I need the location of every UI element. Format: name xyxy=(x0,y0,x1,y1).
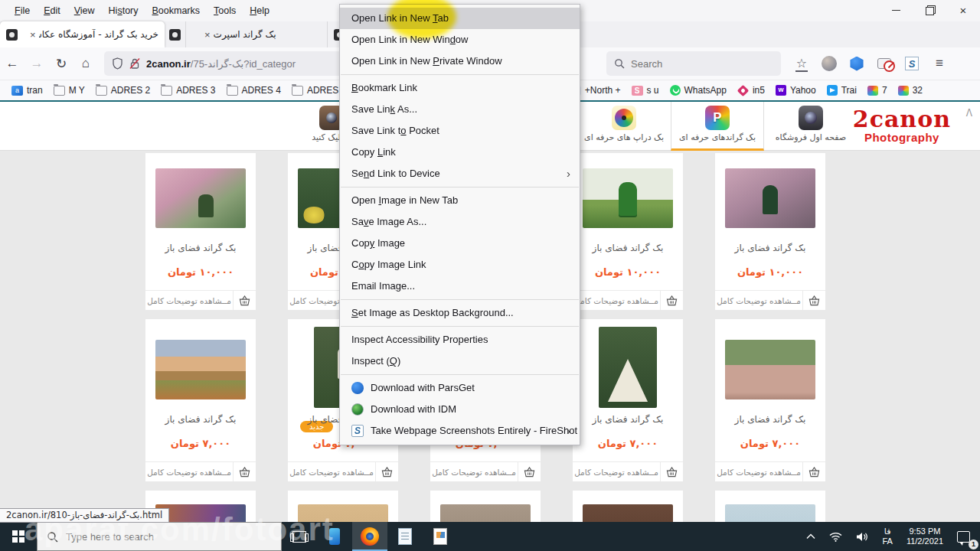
clock[interactable]: 9:53 PM 11/2/2021 xyxy=(901,522,949,551)
search-bar[interactable] xyxy=(606,51,781,76)
shield-icon[interactable] xyxy=(112,57,123,70)
close-button[interactable]: × xyxy=(946,0,980,21)
product-card[interactable] xyxy=(288,491,398,522)
bookmark-item[interactable]: in5 xyxy=(732,82,770,99)
context-menu-item[interactable]: Copy Image Link xyxy=(340,254,580,276)
add-to-basket-button[interactable] xyxy=(660,462,683,481)
product-card[interactable]: بک گراند فضای باز ۷,۰۰۰ تومان مــشاهده ت… xyxy=(573,319,683,481)
context-menu-item[interactable]: Save Link As... xyxy=(340,99,580,120)
view-details-link[interactable]: مــشاهده توضیحات کامل xyxy=(288,468,375,477)
view-details-link[interactable]: مــشاهده توضیحات کامل xyxy=(430,468,518,477)
view-details-link[interactable]: مــشاهده توضیحات کامل xyxy=(145,296,233,305)
library-save-icon[interactable]: ☆ xyxy=(793,55,810,72)
your-phone-button[interactable] xyxy=(317,522,352,551)
context-menu-item[interactable]: Take Webpage Screenshots Entirely - Fire… xyxy=(340,420,580,442)
view-details-link[interactable]: مــشاهده توضیحات کامل xyxy=(715,468,802,477)
add-to-basket-button[interactable] xyxy=(233,291,256,310)
browser-tab[interactable] xyxy=(165,21,186,47)
parsget-extension-icon[interactable] xyxy=(848,55,865,72)
bookmark-item[interactable]: ADRES 4 xyxy=(221,82,286,99)
bookmark-item[interactable]: M Y xyxy=(48,82,90,99)
view-details-link[interactable]: مــشاهده توضیحات کامل xyxy=(573,468,660,477)
taskbar-search-input[interactable] xyxy=(66,531,257,543)
bookmark-item[interactable]: s u xyxy=(626,82,665,99)
tab-close-icon[interactable]: × xyxy=(30,29,36,41)
action-center-button[interactable]: 1 xyxy=(952,522,975,551)
product-card[interactable]: بک گراند فضای باز ۱۰,۰۰۰ تومان مــشاهده … xyxy=(145,153,256,310)
context-menu-item[interactable]: Save Link to Pocket xyxy=(340,120,580,142)
reload-button[interactable]: ↻ xyxy=(49,51,74,76)
account-avatar[interactable] xyxy=(821,55,838,72)
context-menu-item[interactable]: Copy Image xyxy=(340,233,580,254)
bookmark-item[interactable]: Yahoo xyxy=(770,82,822,99)
forward-button[interactable]: → xyxy=(24,51,49,76)
notepad-taskbar-button[interactable] xyxy=(387,522,423,551)
product-card[interactable]: بک گراند فضای باز ۷,۰۰۰ تومان مــشاهده ت… xyxy=(145,319,256,481)
context-menu-item[interactable]: Download with ParsGet xyxy=(340,377,580,399)
back-button[interactable]: ← xyxy=(0,51,24,76)
photo-app-taskbar-button[interactable] xyxy=(423,522,458,551)
home-button[interactable]: ⌂ xyxy=(74,51,98,76)
product-card[interactable] xyxy=(715,491,825,522)
add-to-basket-button[interactable] xyxy=(375,462,398,481)
context-menu-item[interactable]: Copy Link xyxy=(340,142,580,163)
lock-disabled-icon[interactable] xyxy=(129,57,140,70)
product-image[interactable] xyxy=(583,504,673,522)
add-to-basket-button[interactable] xyxy=(518,462,541,481)
product-image[interactable] xyxy=(440,504,531,522)
bookmark-item[interactable]: ADRES 3 xyxy=(155,82,220,99)
context-menu-item[interactable]: Inspect (Q) xyxy=(340,350,580,372)
firefox-taskbar-button[interactable] xyxy=(352,522,387,551)
context-menu-item[interactable]: Set Image as Desktop Background... xyxy=(340,302,580,324)
product-image[interactable] xyxy=(599,327,657,408)
tab-close-icon[interactable]: × xyxy=(204,29,211,41)
product-title[interactable]: بک گراند فضای باز xyxy=(145,243,256,253)
site-logo[interactable]: 2canon Photography xyxy=(853,108,951,144)
context-menu-item[interactable]: Download with IDM xyxy=(340,399,580,420)
bookmark-item[interactable]: tran xyxy=(6,82,48,99)
product-card[interactable] xyxy=(430,491,541,522)
menubar-item-edit[interactable]: Edit xyxy=(37,0,67,21)
product-title[interactable]: بک گراند فضای باز xyxy=(715,414,825,425)
context-menu-item[interactable]: Save Image As... xyxy=(340,211,580,233)
hamburger-menu-icon[interactable]: ≡ xyxy=(931,55,948,72)
bookmark-item[interactable]: Trai xyxy=(822,82,862,99)
menubar-item-help[interactable]: Help xyxy=(243,0,276,21)
wifi-icon[interactable] xyxy=(824,522,848,551)
menubar-item-history[interactable]: History xyxy=(102,0,145,21)
search-input[interactable] xyxy=(631,58,746,70)
view-details-link[interactable]: مــشاهده توضیحات کامل xyxy=(145,468,233,477)
add-to-basket-button[interactable] xyxy=(802,462,825,481)
site-nav-item[interactable]: بک دراپ های حرفه ای xyxy=(577,102,671,151)
browser-tab[interactable]: × خرید بک گراند - آموزشگاه عکاسی xyxy=(0,21,165,47)
product-title[interactable]: بک گراند فضای باز xyxy=(145,414,256,425)
fireshot-extension-icon[interactable]: S xyxy=(903,55,920,72)
context-menu-item[interactable]: Bookmark Link xyxy=(340,77,580,99)
product-card[interactable]: بک گراند فضای باز ۷,۰۰۰ تومان مــشاهده ت… xyxy=(715,319,825,481)
context-menu-item[interactable]: Email Image... xyxy=(340,276,580,297)
browser-tab[interactable]: × بک گراند اسپرت xyxy=(186,21,328,47)
bookmark-item[interactable]: WhatsApp xyxy=(665,82,732,99)
language-indicator[interactable]: فا FA xyxy=(877,522,897,551)
add-to-basket-button[interactable] xyxy=(802,291,825,310)
context-menu-item[interactable]: Send Link to Device › xyxy=(340,163,580,184)
menubar-item-file[interactable]: File xyxy=(8,0,37,21)
bookmark-item[interactable]: 7 xyxy=(862,82,893,99)
context-menu-item[interactable]: Open Link in New Tab xyxy=(340,8,580,29)
context-menu-item[interactable]: Open Image in New Tab xyxy=(340,190,580,211)
bookmark-item[interactable]: 32 xyxy=(893,82,928,99)
menubar-item-bookmarks[interactable]: Bookmarks xyxy=(145,0,207,21)
product-card[interactable] xyxy=(573,491,683,522)
restore-button[interactable] xyxy=(913,0,946,21)
taskbar-search[interactable] xyxy=(37,522,282,551)
product-image[interactable] xyxy=(155,168,246,228)
add-to-basket-button[interactable] xyxy=(660,291,683,310)
context-menu-item[interactable]: Open Link in New Window xyxy=(340,29,580,51)
site-nav-item[interactable]: صفحه اول فروشگاه xyxy=(764,102,858,151)
product-title[interactable]: بک گراند فضای باز xyxy=(573,414,683,425)
product-image[interactable] xyxy=(298,504,388,522)
menubar-item-tools[interactable]: Tools xyxy=(207,0,243,21)
bookmark-item[interactable]: ADRES 2 xyxy=(90,82,155,99)
volume-icon[interactable] xyxy=(851,522,874,551)
view-details-link[interactable]: مــشاهده توضیحات کامل xyxy=(573,296,660,305)
